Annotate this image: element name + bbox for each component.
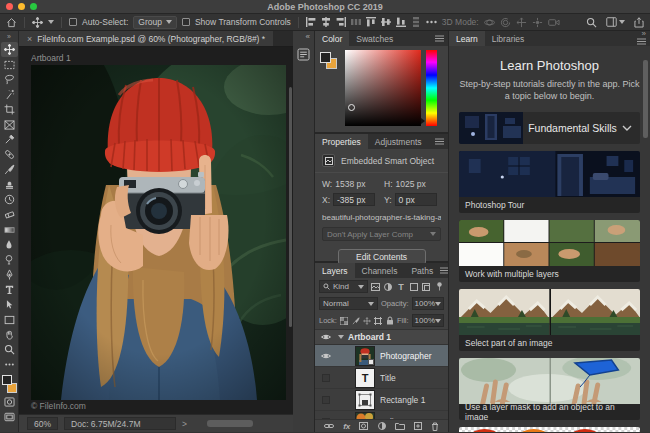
lock-pixels-icon[interactable] bbox=[351, 317, 359, 325]
auto-select-target-dropdown[interactable]: Group bbox=[133, 16, 177, 29]
filter-kind-dropdown[interactable]: Kind bbox=[319, 280, 368, 293]
tab-learn[interactable]: Learn bbox=[449, 31, 485, 46]
move-tool[interactable] bbox=[1, 42, 18, 57]
align-top-icon[interactable] bbox=[366, 17, 376, 27]
tab-properties[interactable]: Properties bbox=[315, 134, 368, 149]
object-selection-tool[interactable] bbox=[1, 87, 18, 102]
workspace-switcher-icon[interactable] bbox=[606, 17, 625, 27]
clone-stamp-tool[interactable] bbox=[1, 177, 18, 192]
layer-row-rectangle[interactable]: Rectangle 1 bbox=[315, 389, 448, 411]
new-layer-icon[interactable] bbox=[414, 422, 422, 430]
align-center-horizontal-icon[interactable] bbox=[321, 17, 331, 27]
tab-libraries[interactable]: Libraries bbox=[485, 31, 532, 46]
canvas[interactable]: Artboard 1 bbox=[19, 47, 293, 414]
zoom-window-button[interactable] bbox=[30, 3, 37, 10]
fundamental-skills-card[interactable]: Fundamental Skills bbox=[459, 112, 640, 144]
screen-mode-button[interactable] bbox=[1, 409, 18, 424]
document-tab[interactable]: × FileInfo.com Example.psd @ 60% (Photog… bbox=[19, 31, 273, 46]
x-field[interactable]: -385 px bbox=[333, 193, 375, 206]
more-options-icon[interactable] bbox=[426, 20, 437, 24]
lasso-tool[interactable] bbox=[1, 72, 18, 87]
type-tool[interactable] bbox=[1, 282, 18, 297]
quick-mask-button[interactable] bbox=[1, 394, 18, 409]
close-tab-icon[interactable]: × bbox=[27, 34, 32, 44]
close-window-button[interactable] bbox=[6, 3, 13, 10]
panel-menu-icon[interactable] bbox=[435, 134, 444, 149]
history-panel-icon[interactable] bbox=[295, 45, 313, 63]
current-tool-move-icon[interactable] bbox=[32, 17, 43, 28]
align-bottom-icon[interactable] bbox=[396, 17, 406, 27]
frame-tool[interactable] bbox=[1, 117, 18, 132]
tab-paths[interactable]: Paths bbox=[404, 263, 440, 278]
zoom-tool[interactable] bbox=[1, 342, 18, 357]
filter-pin-icon[interactable] bbox=[434, 282, 444, 291]
filter-pixel-layers-icon[interactable] bbox=[371, 283, 381, 291]
tab-layers[interactable]: Layers bbox=[315, 263, 355, 278]
lock-all-icon[interactable] bbox=[386, 316, 394, 325]
new-group-icon[interactable] bbox=[395, 422, 405, 430]
layer-row-photographer[interactable]: Photographer bbox=[315, 345, 448, 367]
eraser-tool[interactable] bbox=[1, 207, 18, 222]
show-transform-checkbox[interactable] bbox=[182, 18, 190, 26]
align-left-icon[interactable] bbox=[306, 17, 316, 27]
blend-mode-dropdown[interactable]: Normal bbox=[319, 297, 378, 310]
filter-shape-layers-icon[interactable] bbox=[409, 283, 419, 291]
hue-strip[interactable] bbox=[426, 50, 437, 126]
expand-chevron-icon[interactable] bbox=[338, 335, 344, 339]
document-size-status[interactable]: Doc: 6.75M/24.7M bbox=[64, 417, 176, 430]
history-brush-tool[interactable] bbox=[1, 192, 18, 207]
y-field[interactable]: 0 px bbox=[395, 193, 437, 206]
tutorial-card-select-image[interactable]: Select part of an image bbox=[459, 289, 640, 351]
share-icon[interactable] bbox=[634, 17, 644, 28]
hand-tool[interactable] bbox=[1, 327, 18, 342]
search-icon[interactable] bbox=[586, 17, 597, 28]
marquee-tool[interactable] bbox=[1, 57, 18, 72]
expand-dock-icon[interactable]: « bbox=[306, 31, 314, 42]
artboard-label[interactable]: Artboard 1 bbox=[31, 53, 71, 63]
learn-scrollbar[interactable] bbox=[643, 60, 648, 138]
delete-layer-icon[interactable] bbox=[431, 422, 439, 431]
visibility-toggle[interactable] bbox=[318, 352, 334, 360]
lock-artboard-icon[interactable] bbox=[374, 317, 382, 325]
foreground-color-swatch-small[interactable] bbox=[320, 52, 331, 63]
tab-channels[interactable]: Channels bbox=[355, 263, 405, 278]
fill-dropdown[interactable]: 100% bbox=[412, 314, 444, 327]
layer-row-foliage[interactable]: Foliage bbox=[315, 411, 448, 419]
visibility-toggle[interactable] bbox=[318, 396, 334, 404]
pen-tool[interactable] bbox=[1, 267, 18, 282]
color-cursor[interactable] bbox=[348, 104, 355, 111]
brush-tool[interactable] bbox=[1, 162, 18, 177]
tutorial-card-layer-mask[interactable]: Use a layer mask to add an object to an … bbox=[459, 358, 640, 420]
link-layers-icon[interactable] bbox=[324, 423, 334, 429]
tutorial-card-partial[interactable] bbox=[459, 427, 640, 432]
dodge-tool[interactable] bbox=[1, 252, 18, 267]
edit-toolbar-button[interactable] bbox=[1, 357, 18, 372]
new-adjustment-layer-icon[interactable] bbox=[378, 422, 386, 430]
gradient-tool[interactable] bbox=[1, 222, 18, 237]
lock-position-icon[interactable] bbox=[363, 317, 371, 325]
healing-brush-tool[interactable] bbox=[1, 147, 18, 162]
crop-tool[interactable] bbox=[1, 102, 18, 117]
layer-effects-icon[interactable]: fx bbox=[343, 422, 350, 431]
tool-preset-chevron-icon[interactable] bbox=[48, 20, 54, 24]
panel-menu-icon[interactable] bbox=[637, 38, 646, 45]
tab-adjustments[interactable]: Adjustments bbox=[368, 134, 429, 149]
tutorial-card-photoshop-tour[interactable]: Photoshop Tour bbox=[459, 151, 640, 213]
opacity-dropdown[interactable]: 100% bbox=[412, 297, 444, 310]
eyedropper-tool[interactable] bbox=[1, 132, 18, 147]
status-chevron-icon[interactable]: > bbox=[182, 419, 187, 429]
collapse-dock-icon[interactable]: » bbox=[642, 31, 646, 37]
foreground-color-swatch[interactable] bbox=[2, 375, 12, 385]
lock-transparency-icon[interactable] bbox=[340, 317, 348, 325]
align-right-icon[interactable] bbox=[336, 17, 346, 27]
tab-swatches[interactable]: Swatches bbox=[349, 31, 400, 46]
saturation-brightness-field[interactable] bbox=[345, 50, 421, 126]
hue-slider-arrow[interactable] bbox=[421, 118, 425, 124]
layer-comp-dropdown[interactable]: Don't Apply Layer Comp bbox=[322, 227, 441, 241]
zoom-level-field[interactable]: 60% bbox=[27, 417, 58, 430]
canvas-horizontal-scrollbar[interactable] bbox=[207, 420, 253, 427]
layer-row-artboard[interactable]: Artboard 1 bbox=[315, 330, 448, 345]
artboard-photo[interactable] bbox=[31, 65, 286, 400]
filter-adjustment-layers-icon[interactable] bbox=[383, 283, 393, 291]
path-selection-tool[interactable] bbox=[1, 297, 18, 312]
